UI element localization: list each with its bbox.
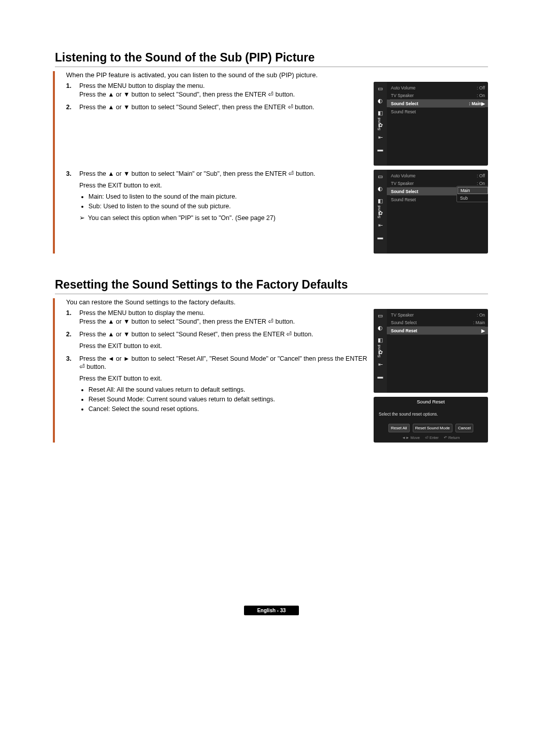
step-text: Press the ▲ or ▼ button to select "Sound… (79, 318, 295, 326)
manual-page: Listening to the Sound of the Sub (PIP) … (0, 0, 549, 756)
step-number: 1. (66, 82, 75, 99)
cancel-button[interactable]: Cancel (455, 424, 473, 432)
input-icon: ⇤ (377, 361, 384, 368)
menu-item-sound-select[interactable]: Sound Select: Main (387, 319, 488, 326)
step-text: Press the ▲ or ▼ button to select "Main"… (79, 170, 315, 178)
step-number: 3. (66, 170, 75, 223)
note-arrow-icon: ➢ (79, 214, 85, 221)
sound-reset-dialog: Sound Reset Select the sound reset optio… (374, 397, 488, 443)
picture-icon: ▭ (377, 173, 384, 180)
menu-item-tv-speaker[interactable]: TV Speaker: On (387, 311, 488, 319)
app-icon: ▬ (377, 234, 384, 241)
step-text: Press the MENU button to display the men… (79, 82, 295, 90)
reset-all-button[interactable]: Reset All (388, 424, 410, 432)
channel-icon: ◧ (377, 336, 384, 343)
step-text: Press the EXIT button to exit. (79, 342, 313, 351)
chevron-right-icon: ▶ (481, 101, 485, 106)
section1-title: Listening to the Sound of the Sub (PIP) … (55, 51, 488, 67)
app-icon: ▬ (377, 146, 384, 153)
osd-category-label: Sound (377, 117, 381, 131)
dialog-hints: ◄► Move ⏎ Enter ↶ Return (374, 432, 488, 440)
note-text: You can select this option when "PIP" is… (88, 214, 276, 223)
picture-icon: ▭ (377, 312, 384, 319)
picture-icon: ▭ (377, 85, 384, 92)
menu-item-auto-volume[interactable]: Auto Volume: Off (387, 172, 488, 179)
s2-step2: 2. Press the ▲ or ▼ button to select "So… (66, 330, 369, 351)
section1-intro: When the PIP feature is activated, you c… (66, 71, 488, 79)
step-text: Press the ▲ or ▼ button to select "Sound… (79, 103, 314, 112)
menu-item-sound-select[interactable]: Sound Select: Main▶ (387, 100, 488, 107)
hint-enter: ⏎ Enter (425, 435, 439, 440)
input-icon: ⇤ (377, 222, 384, 229)
hint-move: ◄► Move (402, 435, 420, 440)
osd-category-label: Sound (377, 344, 381, 358)
osd-category-label: Sound (377, 205, 381, 218)
pip-note: ➢ You can select this option when "PIP" … (79, 214, 315, 223)
menu-item-sound-reset[interactable]: Sound Reset▶ (387, 327, 488, 334)
step-text: Press the EXIT button to exit. (79, 181, 315, 190)
s1-step3: 3. Press the ▲ or ▼ button to select "Ma… (66, 170, 369, 223)
dialog-title: Sound Reset (374, 397, 488, 406)
menu-item-tv-speaker[interactable]: TV Speaker: On (387, 91, 488, 99)
s2-step3: 3. Press the ◄ or ► button to select "Re… (66, 355, 369, 416)
menu-item-auto-volume[interactable]: Auto Volume: Off (387, 84, 488, 91)
menu-item-sound-reset[interactable]: Sound Reset (387, 108, 488, 115)
step-text: Press the ◄ or ► button to select "Reset… (79, 355, 369, 372)
reset-sound-mode-button[interactable]: Reset Sound Mode (413, 424, 453, 432)
chevron-right-icon: ▶ (481, 328, 485, 333)
app-icon: ▬ (377, 373, 384, 380)
bullet-main: Main: Used to listen to the sound of the… (88, 192, 315, 202)
sound-select-dropdown[interactable]: Main Sub (456, 186, 488, 202)
step-text: Press the EXIT button to exit. (79, 374, 369, 383)
step-text: Press the MENU button to display the men… (79, 309, 295, 318)
bullet-sub: Sub: Used to listen to the sound of the … (88, 202, 315, 211)
channel-icon: ◧ (377, 197, 384, 204)
dropdown-option-sub[interactable]: Sub (457, 195, 488, 202)
osd-sound-select: Sound ▭ ◐ ◧ ✿ ⇤ ▬ Auto Volume: Off TV Sp… (374, 82, 488, 166)
channel-icon: ◧ (377, 109, 384, 116)
sound-icon: ◐ (377, 185, 384, 192)
input-icon: ⇤ (377, 134, 384, 141)
s2-step1: 1. Press the MENU button to display the … (66, 309, 369, 326)
bullet-cancel: Cancel: Select the sound reset options. (88, 404, 369, 414)
osd-sound-reset: Sound ▭ ◐ ◧ ✿ ⇤ ▬ TV Speaker: On Sound S… (374, 309, 488, 393)
step-text: Press the ▲ or ▼ button to select "Sound… (79, 90, 295, 99)
page-number-pill: English - 33 (244, 606, 299, 615)
section2-title: Resetting the Sound Settings to the Fact… (55, 278, 488, 294)
step-number: 3. (66, 355, 75, 416)
sound-icon: ◐ (377, 324, 384, 331)
osd-sound-select-dropdown: Sound ▭ ◐ ◧ ✿ ⇤ ▬ Auto Volume: Off TV Sp… (374, 170, 488, 254)
step-text: Press the ▲ or ▼ button to select "Sound… (79, 330, 313, 339)
hint-return: ↶ Return (444, 435, 460, 440)
step-number: 2. (66, 330, 75, 351)
s1-step2: 2. Press the ▲ or ▼ button to select "So… (66, 103, 369, 112)
section2-intro: You can restore the Sound settings to th… (66, 298, 488, 306)
sound-icon: ◐ (377, 97, 384, 104)
page-footer: English - 33 (55, 605, 488, 615)
step-number: 2. (66, 103, 75, 112)
dropdown-option-main[interactable]: Main (458, 187, 488, 194)
dialog-prompt: Select the sound reset options. (374, 406, 488, 424)
step-number: 1. (66, 309, 75, 326)
bullet-reset-all: Reset All: All the sound values return t… (88, 385, 369, 395)
s1-step1: 1. Press the MENU button to display the … (66, 82, 369, 99)
bullet-reset-mode: Reset Sound Mode: Current sound values r… (88, 395, 369, 404)
